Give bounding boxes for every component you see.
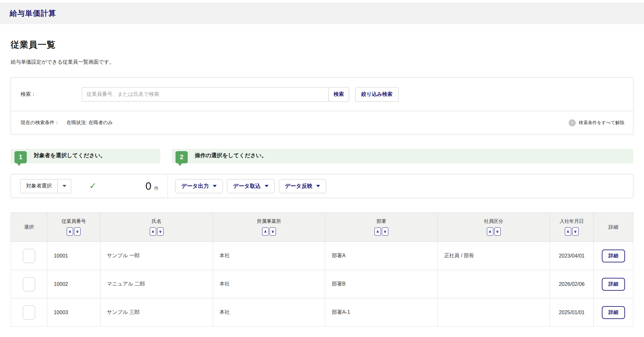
sort-asc-button[interactable]: ∧ <box>487 227 493 236</box>
sort-asc-button[interactable]: ∧ <box>374 227 381 236</box>
name-cell: サンプル 一郎 <box>100 242 213 270</box>
sort-desc-button[interactable]: ∨ <box>382 227 388 236</box>
employee-class-cell: 正社員 / 部長 <box>438 242 550 270</box>
select-cell <box>11 298 47 327</box>
employee-table: 選択 従業員番号 ∧ ∨ 氏名 ∧ ∨ <box>11 212 633 327</box>
employee-no-cell: 10001 <box>47 242 100 270</box>
column-header-detail: 詳細 <box>593 213 633 242</box>
step-strips: 1 対象者を選択してください。 2 操作の選択をしてください。 <box>11 149 633 163</box>
select-cell <box>11 242 47 270</box>
search-row: 検索： 検索 絞り込み検索 <box>11 77 633 111</box>
table-row: 10002 マニュアル 二郎 本社 部署B 2026/02/06 詳細 <box>11 270 633 298</box>
step-2-text: 操作の選択をしてください。 <box>195 152 267 159</box>
search-input[interactable] <box>82 87 329 102</box>
detail-cell: 詳細 <box>593 270 633 298</box>
step-1-strip: 1 対象者を選択してください。 <box>11 149 160 163</box>
data-export-label: データ出力 <box>181 182 209 190</box>
sort-desc-button[interactable]: ∨ <box>494 227 501 236</box>
sort-desc-button[interactable]: ∨ <box>157 227 164 236</box>
column-header-department: 部署 ∧ ∨ <box>325 213 438 242</box>
column-header-employee-no: 従業員番号 ∧ ∨ <box>47 213 100 242</box>
data-import-button[interactable]: データ取込 <box>227 179 275 193</box>
table-header-row: 選択 従業員番号 ∧ ∨ 氏名 ∧ ∨ <box>11 213 633 242</box>
department-cell: 部署A-1 <box>325 298 438 327</box>
sort-asc-button[interactable]: ∧ <box>262 227 269 236</box>
employee-class-cell <box>438 298 550 327</box>
sort-asc-button[interactable]: ∧ <box>150 227 156 236</box>
name-cell: サンプル 三郎 <box>100 298 213 327</box>
step-1-badge: 1 <box>14 151 27 163</box>
hire-date-cell: 2026/02/06 <box>550 270 593 298</box>
app-title: 給与単価計算 <box>10 8 56 18</box>
sort-asc-button[interactable]: ∧ <box>565 227 571 236</box>
clear-all-conditions-button[interactable]: × 検索条件をすべて解除 <box>569 119 624 126</box>
column-header-select: 選択 <box>11 213 47 242</box>
clear-all-conditions-label: 検索条件をすべて解除 <box>579 120 624 126</box>
action-toolbar: 対象者選択 ✓ 0 件 データ出力 データ取込 データ反映 <box>11 174 633 198</box>
select-target-button[interactable]: 対象者選択 <box>20 179 71 193</box>
selected-count-unit: 件 <box>154 186 159 191</box>
filter-search-button[interactable]: 絞り込み検索 <box>355 87 399 102</box>
data-export-button[interactable]: データ出力 <box>175 179 223 193</box>
sort-asc-button[interactable]: ∧ <box>67 227 73 236</box>
data-import-label: データ取込 <box>233 182 261 190</box>
sort-desc-button[interactable]: ∨ <box>270 227 276 236</box>
step-2-badge: 2 <box>175 151 188 163</box>
select-target-label: 対象者選択 <box>21 179 57 193</box>
department-cell: 部署B <box>325 270 438 298</box>
data-apply-button[interactable]: データ反映 <box>279 179 327 193</box>
column-header-office: 所属事業所 ∧ ∨ <box>213 213 325 242</box>
office-cell: 本社 <box>213 270 325 298</box>
current-conditions-label: 現在の検索条件： <box>21 120 59 126</box>
employee-no-cell: 10003 <box>47 298 100 327</box>
page-title: 従業員一覧 <box>11 39 633 50</box>
current-conditions-row: 現在の検索条件： 在職状況: 在職者のみ × 検索条件をすべて解除 <box>11 111 633 134</box>
check-icon: ✓ <box>89 182 97 190</box>
hire-date-cell: 2023/04/01 <box>550 242 593 270</box>
select-cell <box>11 270 47 298</box>
select-target-dropdown-toggle[interactable] <box>57 179 71 193</box>
name-cell: マニュアル 二郎 <box>100 270 213 298</box>
office-cell: 本社 <box>213 298 325 327</box>
row-checkbox[interactable] <box>23 305 35 320</box>
table-row: 10003 サンプル 三郎 本社 部署A-1 2025/01/01 詳細 <box>11 298 633 327</box>
selected-count: 0 件 <box>146 180 159 192</box>
search-button[interactable]: 検索 <box>328 87 349 102</box>
column-header-hire-date: 入社年月日 ∧ ∨ <box>550 213 593 242</box>
employee-class-cell <box>438 270 550 298</box>
row-checkbox[interactable] <box>23 249 35 263</box>
department-cell: 部署A <box>325 242 438 270</box>
data-apply-label: データ反映 <box>285 182 313 190</box>
search-label: 検索： <box>21 91 82 98</box>
sort-desc-button[interactable]: ∨ <box>572 227 579 236</box>
detail-button[interactable]: 詳細 <box>602 250 625 262</box>
sort-desc-button[interactable]: ∨ <box>74 227 80 236</box>
step-1-text: 対象者を選択してください。 <box>34 152 106 159</box>
column-header-name: 氏名 ∧ ∨ <box>100 213 213 242</box>
main-content: 従業員一覧 給与単価設定ができる従業員一覧画面です。 検索： 検索 絞り込み検索… <box>0 39 644 327</box>
row-checkbox[interactable] <box>23 277 35 291</box>
page-description: 給与単価設定ができる従業員一覧画面です。 <box>11 59 633 66</box>
chevron-down-icon <box>62 185 66 187</box>
selection-section: 対象者選択 ✓ 0 件 <box>11 174 168 198</box>
selected-count-value: 0 <box>146 180 151 192</box>
detail-button[interactable]: 詳細 <box>602 278 625 291</box>
chevron-down-icon <box>265 185 269 187</box>
chevron-down-icon <box>316 185 320 187</box>
hire-date-cell: 2025/01/01 <box>550 298 593 327</box>
chevron-down-icon <box>213 185 217 187</box>
data-actions-section: データ出力 データ取込 データ反映 <box>168 174 633 198</box>
table-row: 10001 サンプル 一郎 本社 部署A 正社員 / 部長 2023/04/01… <box>11 242 633 270</box>
office-cell: 本社 <box>213 242 325 270</box>
app-header-bar: 給与単価計算 <box>0 3 644 24</box>
detail-button[interactable]: 詳細 <box>602 306 625 319</box>
current-conditions-value: 在職状況: 在職者のみ <box>66 120 113 126</box>
employee-no-cell: 10002 <box>47 270 100 298</box>
detail-cell: 詳細 <box>593 242 633 270</box>
detail-cell: 詳細 <box>593 298 633 327</box>
column-header-employee-class: 社員区分 ∧ ∨ <box>438 213 550 242</box>
step-2-strip: 2 操作の選択をしてください。 <box>172 149 633 163</box>
circle-x-icon: × <box>569 119 576 126</box>
search-panel: 検索： 検索 絞り込み検索 現在の検索条件： 在職状況: 在職者のみ × 検索条… <box>11 77 633 134</box>
